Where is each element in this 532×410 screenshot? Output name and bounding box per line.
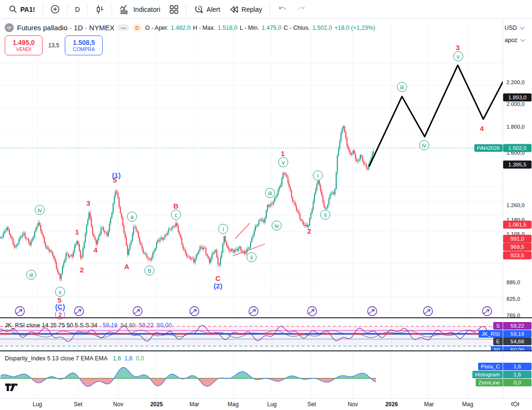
elliott-wave-label[interactable]: iv	[419, 140, 429, 150]
rsi-badge-clip: S59,22JK_RSI59,19E54,685050,00	[0, 319, 532, 350]
time-tick: Mag	[462, 401, 473, 408]
elliott-wave-label[interactable]: c	[171, 210, 181, 220]
currency-value: USD	[505, 25, 517, 31]
sell-button[interactable]: 1.495,0 VENDI	[5, 35, 43, 55]
buy-label: COMPRA	[73, 46, 95, 52]
disparity-name: Disparity_Index	[5, 355, 45, 362]
chevron-down-icon	[520, 25, 525, 30]
contract-rollover-marker-icon	[482, 306, 492, 316]
elliott-wave-label[interactable]: iii	[265, 188, 275, 198]
high-value: 1.518,0	[218, 25, 237, 31]
elliott-wave-label[interactable]: ii	[321, 210, 331, 220]
contract-rollover-marker-icon	[307, 306, 317, 316]
price-level-badge: 1.395,5	[503, 161, 532, 169]
time-tick: Nov	[113, 401, 123, 408]
elliott-wave-label[interactable]: iv	[272, 221, 282, 231]
time-tick: 2025	[150, 401, 163, 408]
elliott-wave-label[interactable]: 2	[307, 227, 311, 235]
elliott-wave-label[interactable]: a	[127, 212, 137, 222]
time-tick: Mag	[227, 401, 238, 408]
price-tick: 825,0	[506, 296, 520, 302]
currency-dropdown[interactable]: USD	[505, 25, 524, 31]
elliott-wave-label[interactable]: iii	[26, 270, 36, 280]
price-tick: 2.000,0	[506, 101, 524, 107]
elliott-wave-label[interactable]: 1	[75, 228, 79, 236]
chart-legend: Futures palladio · 1D · NYMEX — D O - Ap…	[5, 23, 375, 32]
time-tick: Lug	[33, 401, 42, 408]
disparity-badge-zeroline: ZeroLine0,0	[476, 379, 532, 386]
disparity-params: 5 13 close 7 EMA EMA	[47, 355, 108, 362]
change-value: +18,0 (+1,23%)	[334, 25, 375, 31]
sell-label: VENDI	[16, 46, 31, 52]
rsi-badge-jk_rsi: JK_RSI59,19	[479, 330, 532, 338]
elliott-wave-label[interactable]: iv	[35, 205, 45, 215]
open-value: 1.482,0	[171, 25, 191, 31]
pane-separator[interactable]	[0, 350, 532, 351]
high-label: H - Max.	[193, 25, 215, 31]
elliott-wave-label[interactable]: 4	[94, 246, 97, 254]
disparity-badge-pista_c: Pista_C1,6	[478, 363, 532, 370]
hide-indicator-pill[interactable]: —	[118, 24, 129, 31]
elliott-wave-label[interactable]: B	[174, 202, 179, 210]
price-tick: 885,0	[506, 279, 520, 285]
elliott-wave-label[interactable]: C	[216, 274, 221, 282]
rsi-badge-s: S59,22	[493, 322, 532, 330]
elliott-wave-label[interactable]: v	[454, 52, 463, 61]
open-label: O - Aper.	[145, 25, 168, 31]
disparity-pane-title[interactable]: Disparity_Index 5 13 close 7 EMA EMA1,61…	[5, 355, 144, 362]
elliott-wave-label[interactable]: (1)	[112, 171, 121, 179]
contract-rollover-marker-icon	[248, 306, 259, 316]
price-level-badge: 1.061,5	[503, 221, 532, 229]
elliott-wave-label[interactable]: 3	[87, 199, 90, 207]
time-tick: Set	[74, 401, 82, 408]
spread-value: 13,5	[48, 42, 59, 49]
price-tick: 1.260,0	[506, 202, 524, 208]
ohlc-readout: O - Aper. 1.482,0 H - Max. 1.518,0 L - M…	[145, 25, 375, 31]
price-level-badge: 991,0	[503, 235, 532, 243]
time-tick: Lug	[267, 401, 277, 408]
time-axis[interactable]: LugSetNov2025MarMagLugSetNov2026MarMag	[0, 399, 532, 410]
elliott-wave-label[interactable]: ii	[247, 253, 257, 262]
price-level-badge: 923,5	[503, 252, 532, 260]
elliott-wave-label[interactable]: A	[124, 262, 130, 270]
price-level-badge: 1.893,0	[503, 94, 532, 102]
contract-rollover-marker-icon	[189, 306, 200, 316]
close-label: C - Chius.	[284, 25, 310, 31]
price-tick: 2.200,0	[506, 79, 524, 85]
elliott-wave-label[interactable]: iii	[397, 82, 407, 92]
rsi-badge-50: 5050,00	[491, 346, 532, 350]
interval-pill: D	[132, 24, 142, 31]
contract-rollover-marker-icon	[132, 306, 143, 316]
contract-rollover-marker-icon	[367, 306, 377, 316]
low-label: L - Min.	[240, 25, 259, 31]
elliott-wave-label[interactable]: 2	[80, 266, 84, 274]
contract-rollover-marker-icon	[15, 306, 25, 316]
elliott-wave-label[interactable]: v	[55, 287, 65, 297]
elliott-wave-label[interactable]: i	[313, 171, 323, 181]
buy-button[interactable]: 1.508,5 COMPRA	[65, 35, 103, 55]
close-value: 1.502,0	[312, 25, 332, 31]
elliott-wave-label[interactable]: 4	[480, 124, 484, 132]
disparity-values: 1,61,60,0	[109, 355, 144, 362]
elliott-wave-label[interactable]: 1	[281, 149, 285, 157]
price-tick: 1.800,0	[506, 124, 524, 130]
price-level-badge: 969,5	[503, 243, 532, 251]
elliott-wave-label[interactable]: b	[145, 266, 155, 276]
axis-settings-gear-icon[interactable]	[511, 401, 520, 410]
elliott-wave-label[interactable]: (2)	[214, 282, 222, 290]
trading-app: PA1! D Indicatori	[0, 0, 532, 410]
trade-buttons: 1.495,0 VENDI 13,5 1.508,5 COMPRA	[5, 35, 103, 55]
symbol-title[interactable]: Futures palladio · 1D · NYMEX	[17, 24, 114, 32]
elliott-wave-label[interactable]: v	[279, 157, 288, 167]
contract-rollover-marker-icon	[74, 306, 84, 316]
time-tick: Mar	[190, 401, 200, 408]
unit-value: apoz	[505, 37, 517, 44]
tradingview-logo[interactable]	[5, 381, 19, 393]
chevron-down-icon	[521, 37, 525, 42]
elliott-wave-label[interactable]: i	[218, 224, 228, 234]
buy-price: 1.508,5	[73, 39, 95, 46]
contract-rollover-marker-icon	[423, 306, 433, 316]
pane-separator[interactable]	[0, 317, 532, 318]
elliott-wave-label[interactable]: 3	[456, 44, 460, 52]
unit-dropdown[interactable]: apoz	[505, 37, 524, 44]
